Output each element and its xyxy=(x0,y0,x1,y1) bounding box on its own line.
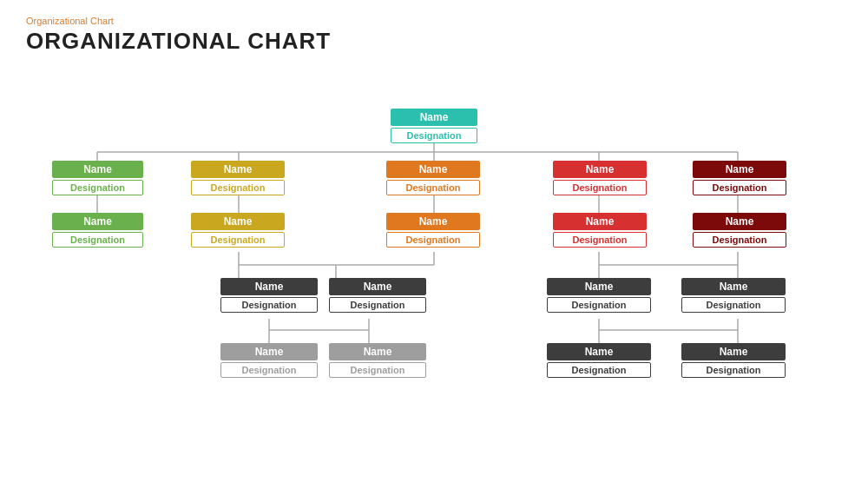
node-l2-1-designation: Designation xyxy=(52,232,143,248)
node-l2-5-name: Name xyxy=(693,213,786,230)
node-l1-3-name: Name xyxy=(386,161,480,178)
node-l1-5: Name Designation xyxy=(693,161,786,195)
node-l4-1-name: Name xyxy=(220,343,318,360)
node-l3-2-name: Name xyxy=(329,278,426,295)
node-l3-1: Name Designation xyxy=(220,278,318,313)
node-l1-4-designation: Designation xyxy=(553,180,647,195)
subtitle: Organizational Chart xyxy=(26,16,842,26)
node-l3-1-name: Name xyxy=(220,278,318,295)
node-l4-1: Name Designation xyxy=(220,343,318,378)
page: Organizational Chart ORGANIZATIONAL CHAR… xyxy=(0,0,868,489)
node-l4-2-name: Name xyxy=(329,343,426,360)
node-l1-3-designation: Designation xyxy=(386,180,480,195)
node-l2-4-designation: Designation xyxy=(553,232,647,248)
node-l2-2-name: Name xyxy=(191,213,285,230)
node-l2-2-designation: Designation xyxy=(191,232,285,248)
node-l4-2: Name Designation xyxy=(329,343,426,378)
node-l1-2: Name Designation xyxy=(191,161,285,195)
node-root-name: Name xyxy=(391,109,477,126)
node-l1-1-designation: Designation xyxy=(52,180,143,195)
node-l4-3-name: Name xyxy=(547,343,651,360)
node-l3-4: Name Designation xyxy=(681,278,786,313)
node-l2-1: Name Designation xyxy=(52,213,143,248)
node-l1-5-designation: Designation xyxy=(693,180,786,195)
node-l1-5-name: Name xyxy=(693,161,786,178)
node-l2-3: Name Designation xyxy=(386,213,480,248)
node-l3-2: Name Designation xyxy=(329,278,426,313)
main-title: ORGANIZATIONAL CHART xyxy=(26,28,842,55)
node-root-designation: Designation xyxy=(391,128,477,143)
node-l1-4-name: Name xyxy=(553,161,647,178)
node-l2-2: Name Designation xyxy=(191,213,285,248)
node-root: Name Designation xyxy=(391,109,477,143)
node-l2-4: Name Designation xyxy=(553,213,647,248)
node-l4-2-designation: Designation xyxy=(329,362,426,378)
node-l3-3: Name Designation xyxy=(547,278,651,313)
node-l4-3: Name Designation xyxy=(547,343,651,378)
chart-area: Name Designation Name Designation Name D… xyxy=(26,65,842,456)
node-l2-5-designation: Designation xyxy=(693,232,786,248)
node-l3-4-name: Name xyxy=(681,278,786,295)
node-l1-3: Name Designation xyxy=(386,161,480,195)
node-l3-4-designation: Designation xyxy=(681,297,786,313)
node-l3-3-name: Name xyxy=(547,278,651,295)
node-l1-4: Name Designation xyxy=(553,161,647,195)
node-l4-4: Name Designation xyxy=(681,343,786,378)
node-l1-2-designation: Designation xyxy=(191,180,285,195)
node-l1-1: Name Designation xyxy=(52,161,143,195)
node-l3-2-designation: Designation xyxy=(329,297,426,313)
node-l4-4-name: Name xyxy=(681,343,786,360)
node-l2-5: Name Designation xyxy=(693,213,786,248)
node-l1-1-name: Name xyxy=(52,161,143,178)
node-l2-3-name: Name xyxy=(386,213,480,230)
node-l4-3-designation: Designation xyxy=(547,362,651,378)
node-l3-3-designation: Designation xyxy=(547,297,651,313)
node-l3-1-designation: Designation xyxy=(220,297,318,313)
node-l4-1-designation: Designation xyxy=(220,362,318,378)
node-l2-1-name: Name xyxy=(52,213,143,230)
node-l1-2-name: Name xyxy=(191,161,285,178)
node-l2-4-name: Name xyxy=(553,213,647,230)
node-l2-3-designation: Designation xyxy=(386,232,480,248)
node-l4-4-designation: Designation xyxy=(681,362,786,378)
